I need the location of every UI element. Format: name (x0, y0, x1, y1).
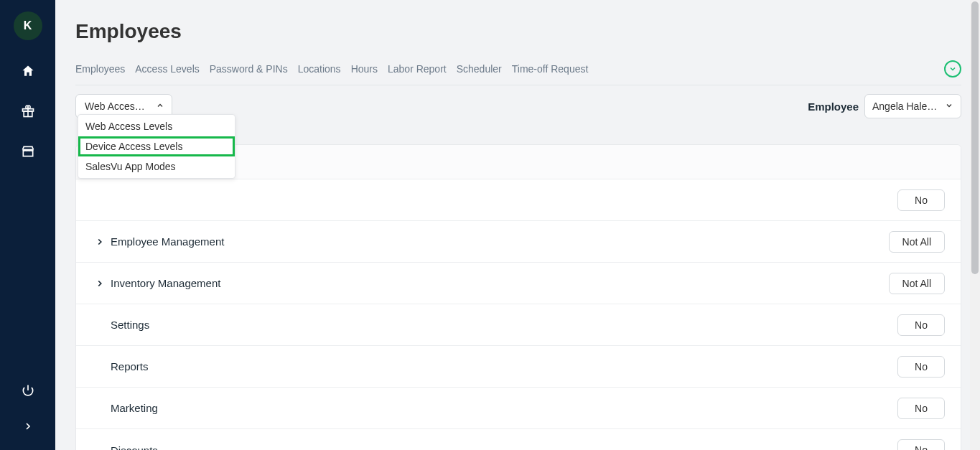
table-row: Employee Management Not All (76, 221, 961, 263)
table-row: Settings No (76, 304, 961, 346)
sidebar: K (0, 0, 55, 450)
table-row: No (76, 179, 961, 221)
gift-icon[interactable] (20, 103, 36, 119)
access-toggle[interactable]: No (897, 189, 945, 211)
tab-labor-report[interactable]: Labor Report (388, 63, 447, 75)
access-toggle[interactable]: Not All (889, 273, 945, 294)
home-icon[interactable] (20, 63, 36, 79)
expand-sidebar-icon[interactable] (20, 418, 36, 434)
employee-filter-label: Employee (808, 100, 859, 113)
tab-hours[interactable]: Hours (351, 63, 378, 75)
scrollbar[interactable] (970, 0, 980, 450)
access-toggle[interactable]: No (897, 314, 945, 336)
tab-timeoff[interactable]: Time-off Request (512, 63, 589, 75)
chevron-right-icon[interactable] (92, 278, 108, 289)
power-icon[interactable] (20, 383, 36, 398)
access-level-selected: Web Access Le... (85, 100, 162, 112)
avatar[interactable]: K (14, 11, 42, 40)
row-label: Discounts (111, 444, 158, 451)
table-row: Marketing No (76, 388, 961, 429)
access-panel: No Employee Management Not All Inventory… (75, 144, 961, 450)
chevron-right-icon[interactable] (92, 237, 108, 247)
row-label: Marketing (111, 402, 158, 414)
sidebar-nav (20, 63, 36, 159)
tab-employees[interactable]: Employees (75, 63, 125, 75)
access-level-option[interactable]: Web Access Levels (78, 116, 235, 136)
access-toggle[interactable]: No (897, 356, 945, 378)
table-row: Inventory Management Not All (76, 263, 961, 304)
tab-access-levels[interactable]: Access Levels (135, 63, 199, 75)
table-row: Reports No (76, 346, 961, 388)
access-toggle[interactable]: Not All (889, 231, 945, 253)
table-row: Discounts No (76, 429, 961, 450)
employee-selected: Angela Hale - C... (872, 100, 952, 112)
access-level-option[interactable]: Device Access Levels (78, 136, 235, 156)
confirm-circle-icon[interactable] (944, 60, 961, 78)
tab-password-pins[interactable]: Password & PINs (210, 63, 288, 75)
store-icon[interactable] (20, 144, 36, 159)
access-level-menu: Web Access Levels Device Access Levels S… (78, 114, 235, 179)
page-title: Employees (75, 20, 961, 43)
access-toggle[interactable]: No (897, 439, 945, 450)
tabbar: Employees Access Levels Password & PINs … (75, 60, 961, 85)
scrollbar-thumb[interactable] (971, 1, 979, 274)
tab-locations[interactable]: Locations (298, 63, 341, 75)
row-label: Settings (111, 319, 149, 331)
access-level-option[interactable]: SalesVu App Modes (78, 156, 235, 177)
tab-scheduler[interactable]: Scheduler (457, 63, 502, 75)
employee-select[interactable]: Angela Hale - C... (864, 94, 961, 118)
access-toggle[interactable]: No (897, 398, 945, 419)
chevron-down-icon (945, 100, 953, 112)
row-label: Reports (111, 360, 149, 372)
main: Employees Employees Access Levels Passwo… (55, 0, 980, 450)
row-label: Employee Management (111, 235, 224, 248)
chevron-up-icon (156, 100, 164, 112)
sidebar-bottom (20, 383, 36, 434)
row-label: Inventory Management (111, 277, 220, 289)
